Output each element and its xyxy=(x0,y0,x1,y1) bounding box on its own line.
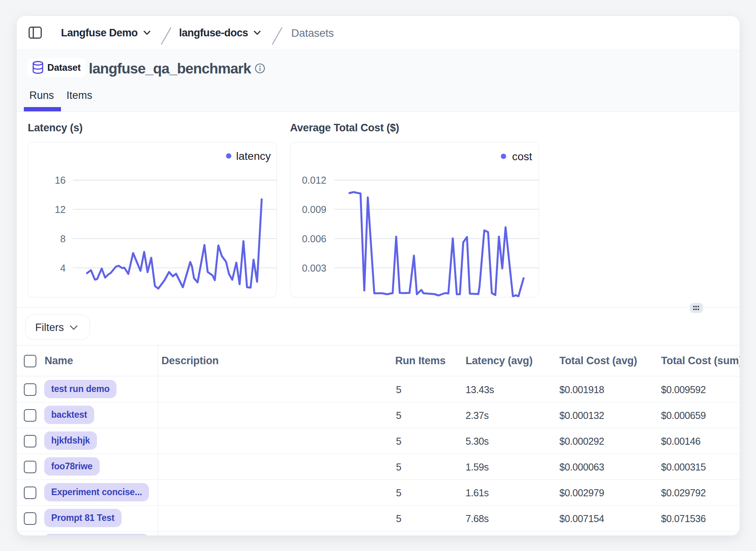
svg-text:0.003: 0.003 xyxy=(302,263,326,274)
svg-text:16: 16 xyxy=(55,175,66,186)
svg-text:cost: cost xyxy=(512,150,532,163)
svg-text:0.012: 0.012 xyxy=(302,175,326,186)
svg-text:0.009: 0.009 xyxy=(302,204,326,215)
svg-text:0.006: 0.006 xyxy=(302,233,326,244)
svg-text:8: 8 xyxy=(60,233,66,244)
svg-text:4: 4 xyxy=(60,263,66,274)
svg-text:latency: latency xyxy=(236,150,271,162)
svg-text:12: 12 xyxy=(55,204,66,215)
